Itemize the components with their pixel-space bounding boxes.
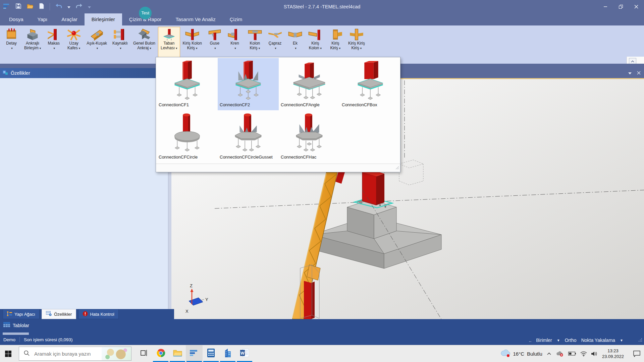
menu-tab-label: Çizim	[230, 16, 243, 22]
units-caret-icon[interactable]: ▼	[557, 339, 560, 342]
viewport-collapse-caret-icon[interactable]	[628, 70, 632, 76]
ribbon-button-uzay[interactable]: Uzay Kafes▾	[64, 27, 84, 59]
menu-tab-cizim[interactable]: Çizim	[223, 13, 250, 25]
taskbar-app-word[interactable]: W	[236, 345, 253, 362]
restore-button[interactable]	[613, 0, 629, 13]
ribbon-button-icon	[248, 28, 262, 41]
taskbar-app-stasteel[interactable]	[186, 345, 203, 362]
close-button[interactable]	[629, 0, 644, 13]
ribbon-button-asik[interactable]: Aşık-Kuşak ▾	[84, 27, 110, 59]
menu-tab-cizim-rapor[interactable]: Test Çizim & Rapor	[122, 13, 169, 25]
weather-widget[interactable]: 16°C Bulutlu	[500, 350, 542, 358]
connection-item-angle[interactable]: ConnectionCFAngle	[279, 58, 340, 110]
ribbon-button-label1: Uzay	[69, 41, 78, 46]
ortho-button[interactable]: Ortho	[565, 338, 577, 343]
connection-item-hac[interactable]: ConnectionCFHac	[279, 110, 340, 163]
minimize-button[interactable]	[598, 0, 613, 13]
taskbar-app-calculator[interactable]	[203, 345, 219, 362]
menu-bar: Dosya Yapı Araçlar Birleşimler Test Çizi…	[0, 13, 644, 25]
menu-tab-birlesimler[interactable]: Birleşimler	[85, 13, 122, 25]
tables-button[interactable]: Tablolar	[3, 322, 29, 328]
menu-tab-yapi[interactable]: Yapı	[31, 13, 55, 25]
open-folder-icon[interactable]	[27, 3, 34, 10]
undo-icon[interactable]	[55, 3, 62, 10]
ribbon-button-icon	[137, 28, 152, 41]
connection-label: ConnectionCFCircleGusset	[218, 153, 279, 160]
ribbon-button-kiriskiris[interactable]: Kiriş Kiriş▾	[325, 27, 345, 59]
menu-tab-label: Birleşimler	[92, 16, 115, 22]
ribbon-button-label2: Kafes	[67, 46, 78, 50]
connection-item-cf1[interactable]: ConnectionCF1	[157, 58, 218, 110]
bottom-tab-ozellikler[interactable]: Özellikler	[42, 309, 76, 319]
taskbar-app-task-view[interactable]	[136, 345, 152, 362]
search-icon	[24, 350, 30, 357]
ribbon-button-detay[interactable]: Detay ▾	[1, 27, 21, 59]
chevron-down-icon: ▾	[196, 47, 198, 50]
redo-caret-icon[interactable]	[88, 4, 91, 10]
window-resize-grip[interactable]	[638, 338, 643, 344]
notification-center-icon[interactable]	[633, 350, 641, 357]
ribbon-button-guse[interactable]: Guse ▾	[205, 27, 225, 59]
tray-battery-icon[interactable]	[568, 352, 576, 356]
menu-tab-label: Yapı	[38, 16, 48, 22]
svg-text:Y: Y	[205, 297, 208, 302]
connection-item-circle[interactable]: ConnectionCFCircle	[157, 110, 218, 163]
tray-onedrive-icon[interactable]	[556, 351, 564, 357]
ribbon-button-kiris3[interactable]: Kiriş Kiriş Kiriş▾	[345, 27, 368, 59]
taskbar-app-structure-app[interactable]	[219, 345, 236, 362]
taskbar-app-chrome[interactable]	[152, 345, 169, 362]
taskbar-app-icon	[173, 349, 182, 358]
viewport-close-icon[interactable]	[637, 70, 641, 76]
bottom-tab-hata-kontrol[interactable]: Hata Kontrol	[78, 309, 118, 319]
taskbar-app-file-explorer[interactable]	[169, 345, 186, 362]
search-input[interactable]	[34, 351, 102, 357]
connection-thumbnail-icon	[279, 58, 340, 101]
snap-caret-icon[interactable]: ▼	[620, 339, 623, 342]
ribbon-button-kiriskolon[interactable]: Kiriş Kolon▾	[305, 27, 325, 59]
status-dots: ..	[529, 338, 532, 343]
ribbon-button-label1: Ek	[293, 41, 298, 46]
tray-chevron-up-icon[interactable]	[547, 352, 551, 355]
taskbar-clock[interactable]: 13:23 23.09.2022	[602, 348, 624, 359]
connection-item-circlegusset[interactable]: ConnectionCFCircleGusset	[218, 110, 279, 163]
chevron-down-icon: ▾	[150, 47, 151, 50]
ribbon-button-kolonkiris[interactable]: Kolon Kiriş▾	[245, 27, 265, 59]
app-logo-icon	[3, 3, 10, 10]
search-highlight-image[interactable]	[102, 347, 131, 360]
redo-icon[interactable]	[76, 3, 83, 10]
ribbon-button-taban[interactable]: Taban Levhası▾	[158, 27, 180, 59]
qat-separator	[50, 3, 50, 10]
tray-volume-icon[interactable]	[591, 351, 598, 356]
new-file-icon[interactable]	[39, 3, 44, 10]
start-button[interactable]	[0, 345, 16, 362]
units-button[interactable]: Birimler	[536, 338, 552, 343]
ribbon-button-kaynak[interactable]: Kaynaklı ▾	[110, 27, 130, 59]
ribbon-button-capraz[interactable]: Çapraz ▾	[265, 27, 285, 59]
tray-wifi-icon[interactable]	[580, 351, 587, 356]
menu-tab-dosya[interactable]: Dosya	[2, 13, 31, 25]
chevron-down-icon: ▾	[275, 47, 276, 50]
ribbon-button-kks[interactable]: Kiriş Kolon Kiriş▾	[180, 27, 205, 59]
properties-panel-icon	[3, 70, 8, 76]
gallery-resize-grip[interactable]	[395, 165, 399, 171]
snap-button[interactable]: Nokta Yakalama	[581, 338, 615, 343]
taskbar-search[interactable]	[19, 347, 131, 361]
menu-tab-araclar[interactable]: Araçlar	[54, 13, 85, 25]
ribbon-button-icon	[227, 28, 242, 41]
connection-item-cf2[interactable]: ConnectionCF2	[218, 58, 279, 110]
tables-label: Tablolar	[13, 323, 29, 328]
ribbon-button-makas[interactable]: Makas ▾	[44, 27, 64, 59]
menu-tab-tasarim-ve-analiz[interactable]: Tasarım Ve Analiz	[169, 13, 223, 25]
ribbon-button-ankraj[interactable]: Ankrajlı Birleşim▾	[21, 27, 44, 59]
ribbon-button-ek[interactable]: Ek ▾	[285, 27, 305, 59]
ribbon-button-icon	[66, 28, 81, 41]
save-icon[interactable]	[15, 3, 21, 10]
ribbon-button-label1: Kren	[230, 41, 239, 46]
ribbon-button-bulon[interactable]: Genel Bulon Ankraj▾	[130, 27, 158, 59]
undo-caret-icon[interactable]	[67, 4, 70, 10]
taskbar-app-icon	[224, 349, 232, 359]
chevron-down-icon: ▾	[97, 47, 98, 50]
connection-item-box[interactable]: ConnectionCFBox	[340, 58, 401, 110]
ribbon-button-kren[interactable]: Kren ▾	[225, 27, 245, 59]
bottom-tab-yapi-agaci[interactable]: Yapı Ağacı	[3, 309, 40, 319]
